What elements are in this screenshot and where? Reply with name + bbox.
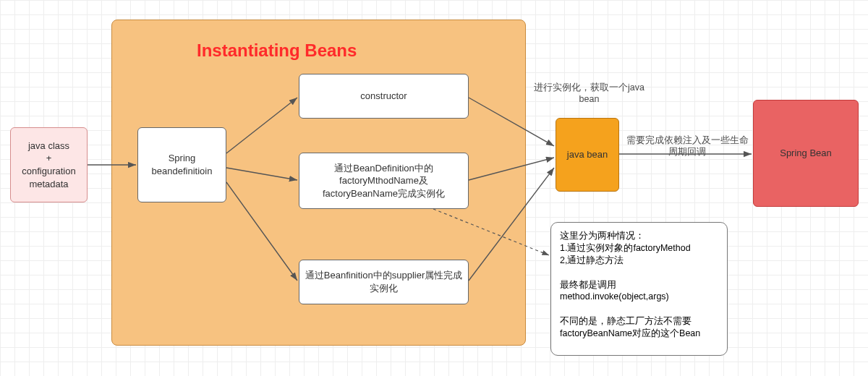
spring-bean-box: Spring Bean bbox=[753, 100, 859, 207]
label-instantiate: 进行实例化，获取一个java bean bbox=[522, 82, 656, 106]
option-supplier-box: 通过Beanfinition中的supplier属性完成实例化 bbox=[299, 260, 469, 304]
option-factory-method-box: 通过BeanDefinition中的 factoryMthodName及 fac… bbox=[299, 153, 469, 209]
spring-beandefinition-box: Spring beandefinitioin bbox=[137, 127, 226, 202]
factory-method-note-box: 这里分为两种情况： 1.通过实例对象的factoryMethod 2,通过静态方… bbox=[550, 222, 728, 356]
option-constructor-box: constructor bbox=[299, 74, 469, 119]
label-dependency-injection: 需要完成依赖注入及一些生命周期回调 bbox=[624, 134, 751, 158]
input-java-class-box: java class + configuration metadata bbox=[10, 127, 88, 202]
diagram-title: Instantiating Beans bbox=[197, 40, 357, 61]
java-bean-box: java bean bbox=[556, 118, 619, 192]
diagram-canvas: Instantiating Beans java class + configu… bbox=[0, 0, 868, 376]
